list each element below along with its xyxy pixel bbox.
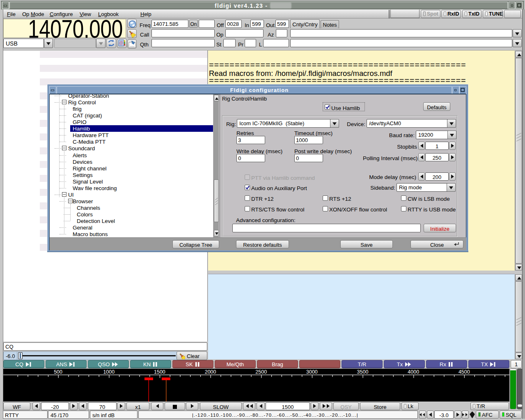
svg-text:4000: 4000 — [408, 369, 419, 375]
svg-text:@: @ — [119, 41, 123, 45]
svg-text:4500: 4500 — [459, 369, 470, 375]
svg-text:2500: 2500 — [255, 369, 267, 375]
svg-text:1000: 1000 — [103, 369, 115, 375]
svg-text:500: 500 — [54, 369, 62, 375]
svg-text:3000: 3000 — [306, 369, 318, 375]
svg-text:1500: 1500 — [154, 369, 165, 375]
svg-text:3500: 3500 — [357, 369, 369, 375]
svg-text:2000: 2000 — [205, 369, 216, 375]
